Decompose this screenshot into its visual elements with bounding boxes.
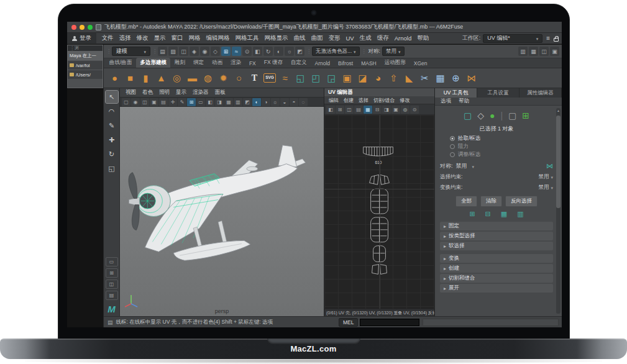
single-pane-layout-button[interactable]: ▭ [106, 257, 118, 266]
ipr-render-icon[interactable]: ◩ [295, 47, 304, 56]
mirror-icon[interactable]: ⋈ [465, 71, 478, 85]
bookmarks-icon[interactable]: ▣ [150, 98, 158, 106]
textured-display-icon[interactable]: ◑ [262, 98, 270, 106]
snap-grid-icon[interactable]: ⊞ [221, 47, 231, 56]
menu-item[interactable]: 文件 [99, 34, 116, 42]
multi-cut-icon[interactable]: ✂ [418, 71, 431, 85]
tool-settings-toggle-icon[interactable]: ▣ [550, 47, 559, 56]
tile-labels-icon[interactable]: ▤ [354, 106, 363, 114]
uv-menu-item[interactable]: 创建 [341, 97, 356, 104]
image-plane-icon[interactable]: ▤ [159, 98, 168, 106]
shelf-tab[interactable]: 曲线/曲面 [106, 58, 135, 68]
menu-item[interactable]: 网格显示 [262, 34, 291, 42]
uv-grid-icon[interactable]: ▦ [364, 106, 372, 114]
workspace-selector[interactable]: UV 编辑* [483, 34, 542, 43]
scroll-up-icon[interactable] [556, 109, 561, 112]
mel-label[interactable]: MEL [339, 318, 358, 327]
two-pane-layout-button[interactable]: ◫ [106, 280, 118, 289]
poly-torus-icon[interactable]: ◎ [170, 71, 183, 85]
shaded-uv-icon[interactable]: ◨ [382, 106, 391, 114]
open-scene-icon[interactable]: ▨ [168, 47, 178, 56]
airplane-model[interactable] [120, 107, 324, 316]
toolkit-tab[interactable]: 工具设置 [477, 88, 519, 98]
grease-pencil-icon[interactable]: ✎ [178, 98, 186, 106]
boolean-intersection-icon[interactable]: ◲ [325, 71, 338, 85]
anti-aliasing-icon[interactable]: ◌ [299, 98, 308, 106]
zoom-window-button[interactable] [88, 25, 93, 30]
svg-tool-icon[interactable]: SVG [263, 73, 276, 83]
menu-item[interactable]: 生成 [357, 34, 374, 42]
constraint-row[interactable]: 选择约束: 禁用 [440, 173, 553, 181]
pixel-snap-icon[interactable]: ⊟ [373, 106, 382, 114]
modeling-toolkit-toggle-icon[interactable]: ▥ [518, 47, 528, 56]
poly-soccerball-icon[interactable]: ○ [232, 71, 245, 85]
poly-cylinder-icon[interactable]: ▮ [139, 71, 152, 85]
camera-attributes-icon[interactable]: ◫ [140, 98, 149, 106]
selection-mode-radio[interactable]: 阻力 [440, 142, 553, 150]
snap-point-icon[interactable]: ⊙ [242, 47, 252, 56]
selection-mode-radio[interactable]: 拾取/框选 [440, 134, 553, 142]
unpin-uvs-icon[interactable]: ⊟ [485, 210, 491, 218]
select-tool[interactable]: ↖ [106, 91, 118, 103]
grid-toggle-icon[interactable]: ⊞ [187, 98, 196, 106]
poly-type-icon[interactable]: T [248, 71, 261, 85]
uv-menu-item[interactable]: 切割/缝合 [371, 97, 397, 104]
grid-uv-icon[interactable]: ⊞ [522, 111, 529, 120]
channel-box-toggle-icon[interactable]: ▦ [529, 47, 538, 56]
menu-item[interactable]: 窗口 [168, 34, 186, 42]
shelf-tab[interactable]: 渲染 [227, 58, 245, 68]
new-scene-icon[interactable]: ▤ [158, 47, 167, 56]
tweak-uv-icon[interactable]: ▢ [508, 111, 516, 120]
select-component-icon[interactable]: ◇ [211, 47, 220, 56]
isolate-select-icon[interactable]: ⊙ [410, 106, 419, 114]
path-item[interactable]: /var/fol [68, 60, 103, 70]
collapsible-section[interactable]: 固定 [440, 222, 553, 230]
grip-icon[interactable] [362, 48, 365, 54]
collapsible-section[interactable]: 按类型选择 [440, 232, 553, 240]
quad-draw-icon[interactable]: ▦ [434, 71, 447, 85]
safe-title-icon[interactable]: ◩ [243, 98, 252, 106]
resolution-gate-icon[interactable]: ◧ [206, 98, 214, 106]
shelf-tab[interactable]: 动画 [208, 58, 226, 68]
constraint-row[interactable]: 变换约束: 禁用 [440, 183, 553, 192]
path-item[interactable]: /Users/ [68, 70, 103, 79]
poly-sphere-icon[interactable]: ● [108, 71, 121, 85]
uv-menu-item[interactable]: 修改 [397, 97, 412, 104]
shelf-tab[interactable]: Arnold [311, 59, 334, 68]
shelf-tab[interactable]: 运动图形 [381, 58, 410, 68]
snap-curve-icon[interactable]: ≈ [232, 47, 241, 56]
workspace-menu-icon[interactable] [546, 35, 550, 42]
close-window-button[interactable] [71, 25, 76, 30]
construction-history-icon[interactable]: ↻ [263, 47, 273, 56]
toolkit-tab[interactable]: UV 工具包 [435, 88, 477, 98]
viewport-menu-item[interactable]: 着色 [139, 89, 156, 96]
toolkit-scrollbar[interactable] [556, 108, 561, 314]
sweep-mesh-icon[interactable]: ≈ [278, 71, 291, 85]
select-camera-icon[interactable]: ▢ [122, 98, 130, 106]
paint-select-tool[interactable]: ✎ [106, 119, 118, 132]
menu-item[interactable]: 修改 [134, 34, 151, 42]
poly-disc-icon[interactable]: ◍ [201, 71, 214, 85]
lasso-select-icon[interactable]: ◇ [477, 111, 484, 120]
safe-action-icon[interactable]: ▥ [234, 98, 242, 106]
uv-editor-view[interactable]: 610 [324, 115, 434, 309]
menu-item[interactable]: 网格 [186, 34, 203, 42]
four-pane-layout-button[interactable]: ⊞ [106, 268, 118, 278]
shaded-sphere-icon[interactable]: ● [490, 111, 495, 120]
rotate-tool[interactable]: ↻ [106, 148, 118, 160]
grip-icon[interactable] [306, 48, 310, 54]
collapsible-section[interactable]: 软选择 [440, 242, 553, 250]
menu-item[interactable]: 显示 [151, 34, 168, 42]
shelf-tab[interactable]: 多边形建模 [136, 58, 170, 68]
render-view-icon[interactable]: ◐ [274, 47, 283, 56]
snap-plane-icon[interactable]: ◧ [253, 47, 262, 56]
attribute-editor-toggle-icon[interactable]: ◫ [539, 47, 549, 56]
toolkit-button[interactable]: 清除 [480, 196, 502, 207]
target-weld-icon[interactable]: ⊕ [449, 71, 462, 85]
smooth-icon[interactable]: ◕ [372, 71, 385, 85]
collapsible-section[interactable]: 展开 [440, 284, 553, 293]
separate-icon[interactable]: ◪ [356, 71, 369, 85]
mirror-icon[interactable] [546, 162, 553, 170]
select-hierarchy-icon[interactable]: ◈ [190, 47, 199, 56]
character-set-selector[interactable]: 无激活角色器... [312, 47, 360, 56]
